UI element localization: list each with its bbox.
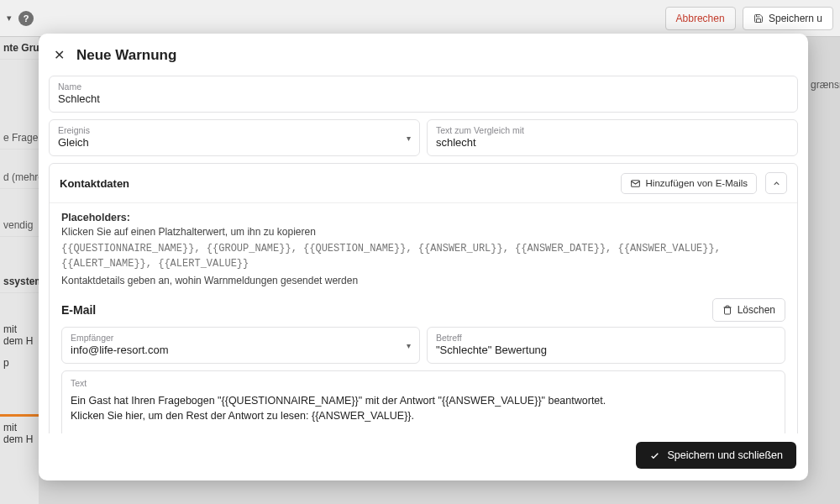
bg-sidebar-item: mit dem H bbox=[0, 417, 39, 450]
bg-dropdown-caret[interactable]: ▾ bbox=[7, 13, 12, 24]
compare-label: Text zum Vergleich mit bbox=[436, 125, 789, 135]
bg-save-button[interactable]: Speichern u bbox=[743, 7, 833, 30]
placeholders-desc: Klicken Sie auf einen Platzhalterwert, u… bbox=[61, 226, 785, 238]
bg-sidebar-item: nte Gru bbox=[0, 37, 39, 60]
delete-email-button[interactable]: Löschen bbox=[712, 298, 785, 322]
bg-sidebar-item: mit dem H bbox=[0, 318, 39, 352]
save-and-close-button[interactable]: Speichern und schließen bbox=[636, 442, 796, 469]
background-left-rail: nte Gru e Frage d (mehre vendig ssystem … bbox=[0, 37, 39, 504]
bg-sidebar-item: p bbox=[0, 352, 39, 374]
email-text-field[interactable]: Text Ein Gast hat Ihren Fragebogen "{{QU… bbox=[61, 370, 785, 433]
event-label: Ereignis bbox=[58, 125, 411, 135]
recipient-select[interactable]: Empfänger info@life-resort.com ▾ bbox=[61, 327, 420, 364]
contact-section-title: Kontaktdaten bbox=[60, 177, 129, 190]
subject-value: "Schlechte" Bewertung bbox=[436, 344, 776, 356]
delete-label: Löschen bbox=[738, 304, 775, 316]
check-icon bbox=[649, 450, 660, 461]
event-value: Gleich bbox=[58, 136, 411, 149]
mail-icon bbox=[630, 178, 641, 189]
bg-cancel-button[interactable]: Abbrechen bbox=[665, 7, 736, 30]
save-icon bbox=[753, 13, 764, 24]
text-label: Text bbox=[71, 378, 776, 388]
compare-text-field[interactable]: Text zum Vergleich mit schlecht bbox=[427, 119, 798, 156]
subject-field[interactable]: Betreff "Schlechte" Bewertung bbox=[427, 327, 785, 364]
subject-label: Betreff bbox=[436, 333, 776, 343]
save-close-label: Speichern und schließen bbox=[667, 449, 783, 461]
email-section-title: E-Mail bbox=[61, 303, 96, 317]
help-icon[interactable]: ? bbox=[18, 11, 34, 26]
modal-title: Neue Warnung bbox=[76, 47, 176, 64]
recipient-value: info@life-resort.com bbox=[71, 344, 411, 356]
add-emails-label: Hinzufügen von E-Mails bbox=[646, 178, 748, 188]
trash-icon bbox=[722, 305, 732, 315]
placeholders-heading: Placeholders: bbox=[61, 212, 785, 223]
add-emails-button[interactable]: Hinzufügen von E-Mails bbox=[621, 173, 757, 194]
new-alert-modal: ✕ Neue Warnung Name Schlecht Ereignis Gl… bbox=[39, 34, 808, 480]
bg-sidebar-item: vendig bbox=[0, 214, 39, 237]
collapse-toggle[interactable] bbox=[765, 172, 787, 194]
bg-sidebar-item: e Frage bbox=[0, 127, 39, 150]
close-icon[interactable]: ✕ bbox=[54, 49, 65, 62]
name-value: Schlecht bbox=[58, 92, 789, 105]
contact-section: Kontaktdaten Hinzufügen von E-Mails Plac… bbox=[49, 163, 798, 433]
name-label: Name bbox=[58, 81, 789, 92]
bg-sidebar-item: ssystem bbox=[0, 270, 39, 293]
background-right-slice: grænsni bbox=[811, 37, 840, 91]
compare-value: schlecht bbox=[436, 136, 789, 149]
name-field[interactable]: Name Schlecht bbox=[49, 76, 798, 113]
placeholders-tokens[interactable]: {{QUESTIONNAIRE_NAME}}, {{GROUP_NAME}}, … bbox=[61, 241, 785, 271]
text-content: Ein Gast hat Ihren Fragebogen "{{QUESTIO… bbox=[71, 393, 776, 433]
event-select[interactable]: Ereignis Gleich ▾ bbox=[49, 119, 420, 156]
placeholders-note: Kontaktdetails geben an, wohin Warnmeldu… bbox=[61, 275, 785, 286]
recipient-label: Empfänger bbox=[71, 333, 411, 343]
bg-sidebar-item: d (mehre bbox=[0, 166, 39, 189]
background-top-bar: ▾ ? Abbrechen Speichern u bbox=[0, 0, 840, 37]
